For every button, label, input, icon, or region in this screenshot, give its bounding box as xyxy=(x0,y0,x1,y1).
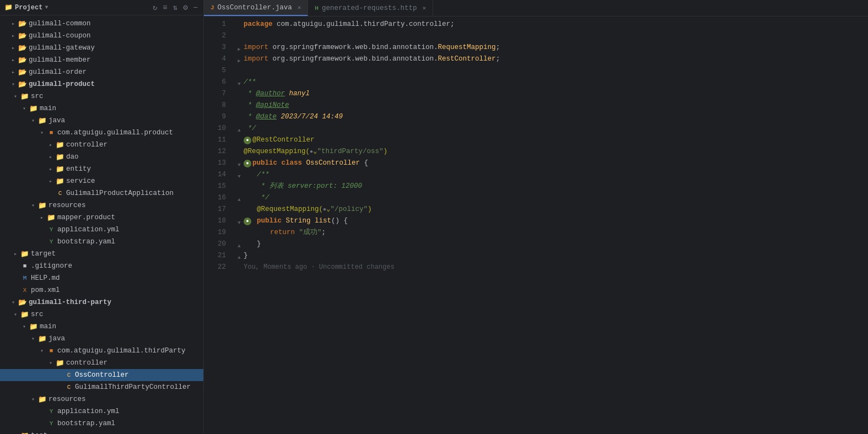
module-icon: 📂 xyxy=(18,31,28,40)
tree-item-thirdparty-package[interactable]: ■ com.atguigu.gulimall.thirdParty xyxy=(0,345,203,357)
fold-gutter-17[interactable] xyxy=(235,206,244,214)
fold-gutter-12[interactable] xyxy=(235,148,244,156)
arrow-icon xyxy=(37,348,46,354)
module-open-icon: 📂 xyxy=(18,298,28,307)
settings-icon[interactable]: ⚙ xyxy=(182,2,188,13)
tree-item-main[interactable]: 📁 main xyxy=(0,102,203,115)
fold-gutter-13[interactable]: ▼ xyxy=(235,160,244,167)
fold-gutter-8[interactable] xyxy=(235,102,244,110)
module-icon: 📂 xyxy=(18,56,28,64)
fold-gutter-2[interactable] xyxy=(235,32,244,40)
minimize-icon[interactable]: − xyxy=(192,2,199,13)
target-folder-icon: 📁 xyxy=(20,249,30,258)
tree-item-controller-tp[interactable]: 📁 controller xyxy=(0,357,203,369)
bean-icon-11: ● xyxy=(244,137,251,144)
folder-icon: 📁 xyxy=(46,213,56,222)
tree-item-java-tp[interactable]: 📁 java xyxy=(0,333,203,345)
chevron-down-icon[interactable]: ▼ xyxy=(45,4,48,10)
arrow-icon xyxy=(37,129,46,136)
arrow-icon xyxy=(11,251,20,257)
project-sidebar: 📁 Project ▼ ↻ ≡ ⇅ ⚙ − 📂 gulimall-common … xyxy=(0,0,204,434)
fold-gutter-20[interactable]: ▲ xyxy=(235,241,244,248)
module-icon: 📂 xyxy=(18,44,28,52)
tree-item-gulimall-coupon[interactable]: 📂 gulimall-coupon xyxy=(0,30,203,42)
tree-item-oss-controller[interactable]: C OssController xyxy=(0,369,203,381)
tree-item-pom-xml-1[interactable]: X pom.xml xyxy=(0,284,203,296)
module-icon: 📂 xyxy=(18,19,28,28)
tree-item-bootstrap-yaml-1[interactable]: Y bootstrap.yaml xyxy=(0,236,203,248)
tab-close-oss[interactable]: ✕ xyxy=(298,4,301,11)
tree-item-help-md[interactable]: M HELP.md xyxy=(0,272,203,284)
tree-item-bootstrap-yaml-tp[interactable]: Y bootstrap.yaml xyxy=(0,417,203,430)
tree-item-application-yml-tp[interactable]: Y application.yml xyxy=(0,405,203,417)
fold-gutter-18[interactable]: ▼ xyxy=(235,218,244,225)
tree-item-java[interactable]: 📁 java xyxy=(0,115,203,127)
code-editor[interactable]: 1 2 3 4 5 6 7 8 9 10 11 12 13 14 15 16 1… xyxy=(204,17,868,434)
tree-item-main-tp[interactable]: 📁 main xyxy=(0,321,203,333)
tree-item-gulimall-product-app[interactable]: C GulimallProductApplication xyxy=(0,187,203,199)
tree-item-resources[interactable]: 📁 resources xyxy=(0,199,203,211)
tab-oss-controller[interactable]: J OssController.java ✕ xyxy=(204,0,308,16)
fold-gutter-3[interactable]: ▶ xyxy=(235,44,244,52)
arrow-icon xyxy=(9,20,18,27)
gitignore-icon: ■ xyxy=(20,263,30,269)
fold-gutter-10[interactable]: ▲ xyxy=(235,125,244,133)
code-line-17: @RequestMapping(●⌄"/policy") xyxy=(235,204,868,215)
tree-item-dao[interactable]: 📁 dao xyxy=(0,151,203,163)
tree-item-gulimall-thirdparty-controller[interactable]: C GulimallThirdPartyController xyxy=(0,381,203,393)
fold-gutter-16[interactable]: ▲ xyxy=(235,194,244,202)
fold-gutter-9[interactable] xyxy=(235,113,244,121)
fold-gutter-22[interactable] xyxy=(235,264,244,272)
arrow-icon xyxy=(9,81,18,88)
sort-icon[interactable]: ⇅ xyxy=(172,2,179,13)
tree-item-gulimall-gateway[interactable]: 📂 gulimall-gateway xyxy=(0,42,203,54)
tree-item-gitignore[interactable]: ■ .gitignore xyxy=(0,260,203,272)
tree-item-gulimall-product[interactable]: 📂 gulimall-product xyxy=(0,78,203,90)
tree-item-target-product[interactable]: 📁 target xyxy=(0,248,203,260)
tree-item-application-yml-1[interactable]: Y application.yml xyxy=(0,224,203,236)
java-folder-icon: 📁 xyxy=(37,116,47,125)
arrow-icon xyxy=(9,69,18,75)
fold-gutter-5[interactable] xyxy=(235,67,244,75)
code-content[interactable]: package com.atguigu.gulimall.thirdParty.… xyxy=(230,19,868,432)
java-folder-icon: 📁 xyxy=(37,334,47,343)
tree-item-test-tp[interactable]: 📁 test xyxy=(0,430,203,434)
tree-item-gulimall-common[interactable]: 📂 gulimall-common xyxy=(0,18,203,30)
folder-icon: 📁 xyxy=(55,153,65,161)
fold-gutter-1[interactable] xyxy=(235,21,244,29)
java-tab-icon: J xyxy=(211,4,214,11)
tab-close-requests[interactable]: ✕ xyxy=(422,4,426,12)
sidebar-title: 📁 Project ▼ xyxy=(4,3,48,12)
fold-gutter-14[interactable]: ▼ xyxy=(235,171,244,179)
fold-gutter-11[interactable] xyxy=(235,137,244,144)
tree-item-src[interactable]: 📁 src xyxy=(0,90,203,102)
tree-item-src-tp[interactable]: 📁 src xyxy=(0,308,203,321)
bean-icon-13: ● xyxy=(244,160,251,167)
tree-item-mapper-product[interactable]: 📁 mapper.product xyxy=(0,211,203,224)
arrow-icon xyxy=(9,45,18,51)
fold-gutter-19[interactable] xyxy=(235,229,244,237)
tree-item-controller[interactable]: 📁 controller xyxy=(0,139,203,151)
tree-item-product-package[interactable]: ■ com.atguigu.gulimall.product xyxy=(0,127,203,139)
tree-item-gulimall-order[interactable]: 📂 gulimall-order xyxy=(0,66,203,78)
module-icon: 📂 xyxy=(18,68,28,77)
tree-item-service[interactable]: 📁 service xyxy=(0,175,203,187)
tree-item-resources-tp[interactable]: 📁 resources xyxy=(0,393,203,405)
fold-gutter-7[interactable] xyxy=(235,90,244,98)
tab-generated-requests[interactable]: H generated-requests.http ✕ xyxy=(308,0,433,16)
collapse-all-icon[interactable]: ≡ xyxy=(161,2,168,13)
fold-gutter-15[interactable] xyxy=(235,183,244,191)
fold-gutter-4[interactable]: ▶ xyxy=(235,56,244,63)
arrow-icon xyxy=(46,154,55,160)
fold-gutter-6[interactable]: ▼ xyxy=(235,79,244,86)
sync-icon[interactable]: ↻ xyxy=(152,2,158,13)
tree-item-entity[interactable]: 📁 entity xyxy=(0,163,203,175)
arrow-icon xyxy=(29,335,37,342)
tree-item-gulimall-member[interactable]: 📂 gulimall-member xyxy=(0,54,203,66)
code-line-13: ▼ ● public class OssController { xyxy=(235,158,868,169)
tree-item-gulimall-third-party[interactable]: 📂 gulimall-third-party xyxy=(0,296,203,308)
code-line-6: ▼ /** xyxy=(235,77,868,88)
fold-gutter-21[interactable]: ▲ xyxy=(235,252,244,260)
code-line-9: * @date 2023/7/24 14:49 xyxy=(235,111,868,123)
arrow-icon xyxy=(46,360,55,366)
